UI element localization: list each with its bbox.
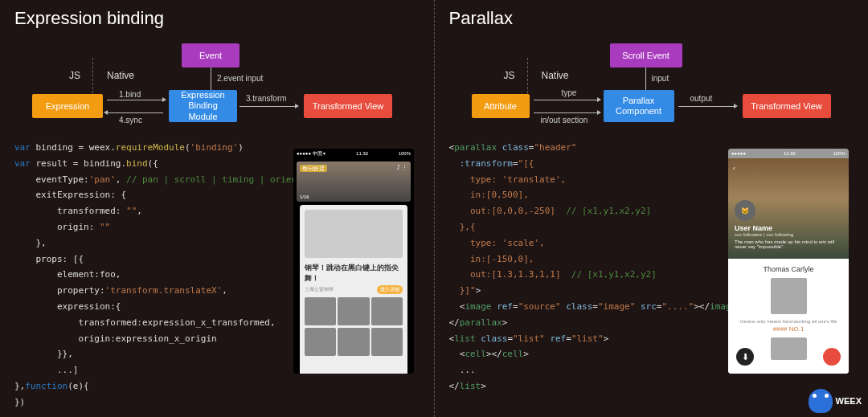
event-input-label: 2.event input [217, 74, 263, 83]
banner-badge: 每日好店 [300, 165, 327, 172]
user-name: User Name [735, 224, 842, 232]
type-label: type [562, 88, 577, 97]
js-label: JS [496, 63, 523, 88]
arrow-sync [107, 112, 163, 113]
bind-label: 1.bind [119, 90, 141, 99]
phone-left: ●●●●● 中国 ▾ 11:32 100% 每日好店 1/16 ⤴ ⋮ 钢琴！跳… [293, 149, 414, 374]
arrow-event [211, 67, 211, 92]
section-label: in/out section [541, 116, 588, 125]
arrow-section [534, 112, 598, 113]
battery: 100% [399, 151, 411, 156]
status-bar-r: ●●●●● 11:32 100% [728, 149, 849, 158]
input-label: input [652, 74, 669, 83]
cat-image [771, 278, 807, 314]
left-title: Expression binding [14, 8, 420, 29]
module-node: Expression Binding Module [169, 90, 237, 122]
carrier: ●●●●● 中国 ▾ [297, 150, 326, 157]
status-bar: ●●●●● 中国 ▾ 11:32 100% [293, 149, 414, 158]
view-node-r: Transformed View [743, 94, 831, 118]
product-grid-2 [305, 328, 403, 356]
js-label: JS [61, 63, 88, 88]
time: 11:32 [356, 151, 368, 156]
avatar: 🐱 [735, 200, 755, 221]
event-node: Event [182, 43, 240, 67]
card-title: 钢琴！跳动在黑白键上的指尖舞！ [305, 263, 403, 284]
user-sub: xxx followers | xxx following [735, 232, 842, 237]
bird-icon [809, 389, 833, 413]
parallax-component-node: Parallax Component [604, 90, 674, 122]
back-icon[interactable]: ‹ [733, 165, 735, 172]
arrow-output [678, 106, 735, 107]
list-sub: Genius only means hard-working all one's… [735, 319, 842, 324]
weex-logo: WEEX [809, 389, 862, 413]
scroll-event-node: Scroll Event [610, 43, 682, 67]
attribute-node: Attribute [472, 94, 530, 118]
native-label: Native [99, 63, 142, 88]
arrow-bind [107, 100, 163, 100]
arrow-transform [240, 106, 296, 107]
sync-label: 4.sync [119, 116, 142, 125]
card-sub: 上海公贸钢琴 [305, 286, 334, 293]
native-label: Native [534, 63, 577, 88]
cat-image-2 [771, 337, 807, 360]
product-grid [305, 297, 403, 325]
logo-text: WEEX [836, 396, 862, 406]
arrow-input [645, 67, 646, 92]
transform-label: 3.transform [246, 94, 287, 103]
left-diagram: JS Native Event 2.event input Expression… [14, 43, 420, 132]
profile-banner: ‹ 🐱 User Name xxx followers | xxx follow… [728, 158, 849, 259]
phone-right: ●●●●● 11:32 100% ‹ 🐱 User Name xxx follo… [728, 149, 849, 374]
download-icon[interactable]: ⬇ [736, 348, 754, 366]
card: 钢琴！跳动在黑白键上的指尖舞！ 上海公贸钢琴 进入店铺 [300, 205, 407, 374]
list-name: Thomas Carlyle [735, 265, 842, 273]
banner-sub: 1/16 [300, 194, 309, 199]
right-diagram: JS Native Scroll Event input Attribute t… [449, 43, 854, 132]
list-tag: #### NO.1 [735, 325, 842, 333]
banner: 每日好店 1/16 ⤴ ⋮ [297, 161, 411, 202]
expression-node: Expression [32, 94, 103, 118]
enter-store-button[interactable]: 进入店铺 [377, 285, 403, 294]
output-label: output [690, 94, 713, 103]
view-node: Transformed View [304, 94, 392, 118]
user-quote: The man who has made up his mind to win … [735, 239, 842, 249]
hero-image [305, 210, 403, 258]
arrow-type [534, 100, 598, 100]
right-title: Parallax [449, 8, 854, 29]
record-button[interactable] [823, 348, 841, 366]
share-icon[interactable]: ⤴ ⋮ [397, 165, 407, 171]
